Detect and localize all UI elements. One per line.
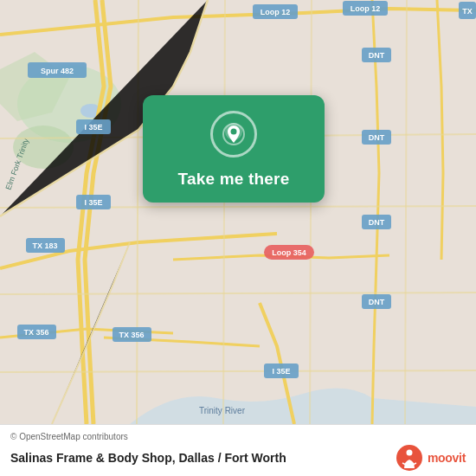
location-card: Take me there: [143, 95, 325, 203]
pin-icon-wrapper: [210, 111, 257, 158]
svg-text:Loop 354: Loop 354: [272, 248, 306, 257]
copyright-text: © OpenStreetMap contributors: [10, 432, 466, 441]
svg-text:Trinity River: Trinity River: [199, 406, 246, 415]
svg-point-49: [406, 449, 412, 455]
svg-text:DNT: DNT: [369, 298, 385, 306]
svg-text:I 35E: I 35E: [84, 123, 102, 132]
svg-text:TX 183: TX 183: [32, 241, 57, 250]
svg-text:DNT: DNT: [369, 133, 385, 142]
svg-text:Spur 482: Spur 482: [41, 67, 74, 75]
bottom-row: Salinas Frame & Body Shop, Dallas / Fort…: [10, 444, 466, 472]
svg-text:TX 356: TX 356: [23, 328, 48, 337]
map-svg: Trinity River Elm Fork Trinity: [0, 0, 476, 424]
moovit-text: moovit: [428, 451, 466, 465]
svg-text:DNT: DNT: [369, 51, 385, 60]
location-name: Salinas Frame & Body Shop, Dallas / Fort…: [10, 451, 286, 465]
svg-text:I 35E: I 35E: [272, 367, 290, 376]
moovit-logo: moovit: [396, 444, 466, 472]
bottom-bar: © OpenStreetMap contributors Salinas Fra…: [0, 424, 476, 476]
svg-text:DNT: DNT: [369, 218, 385, 227]
location-pin-icon: [222, 122, 246, 146]
svg-text:TX 356: TX 356: [119, 331, 144, 339]
svg-text:Loop 12: Loop 12: [351, 4, 381, 13]
svg-point-47: [231, 129, 237, 135]
svg-text:Loop 12: Loop 12: [261, 8, 291, 16]
moovit-brand-icon: [396, 444, 423, 472]
svg-text:TX: TX: [462, 7, 473, 16]
take-me-there-button[interactable]: Take me there: [178, 170, 290, 189]
map-container: Trinity River Elm Fork Trinity: [0, 0, 476, 424]
svg-text:I 35E: I 35E: [84, 198, 102, 207]
